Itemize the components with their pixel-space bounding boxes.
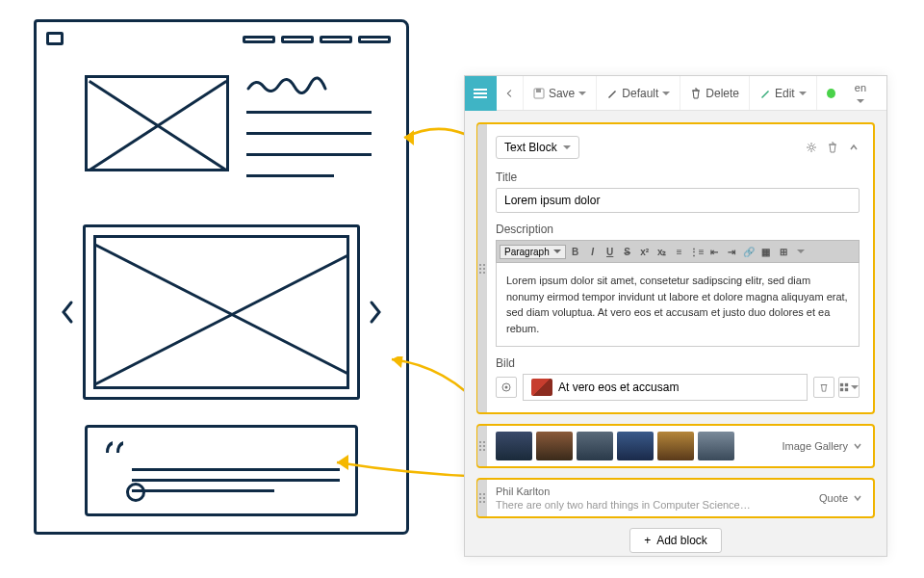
title-input[interactable] [496,188,860,213]
text-block: Text Block Title Description Paragraph B… [476,122,875,414]
delete-button[interactable]: Delete [680,76,750,110]
collapse-icon[interactable] [848,142,860,153]
add-block-button[interactable]: + Add block [629,528,722,553]
svg-rect-13 [840,388,843,391]
svg-rect-14 [845,388,848,391]
image-grid-button[interactable] [838,377,860,398]
wireframe-sketch [34,19,409,535]
hamburger-menu-icon[interactable] [465,76,497,111]
save-button[interactable]: Save [524,76,597,110]
block-type-select[interactable]: Text Block [496,136,579,159]
gallery-block: Image Gallery [476,424,875,468]
svg-point-8 [809,145,813,149]
default-button[interactable]: Default [597,76,680,110]
save-label: Save [549,87,575,100]
rte-table[interactable]: ⊞ [776,244,791,259]
quote-label: Quote [819,492,848,504]
wf-text-block-sketch [85,75,372,177]
wf-nav [243,36,391,43]
edit-label: Edit [775,87,795,100]
wf-next-arrow [368,283,383,341]
wf-prev-arrow [60,283,75,341]
svg-rect-11 [840,383,843,386]
gallery-thumb[interactable] [577,432,613,460]
expand-icon[interactable] [852,492,863,504]
rte-sup[interactable]: x₂ [654,244,670,259]
rte-sub[interactable]: x² [637,244,653,259]
save-icon [533,88,545,99]
image-thumbnail [531,379,552,396]
quote-author: Phil Karlton [496,486,751,497]
wf-quote-sketch [85,425,358,516]
edit-icon [759,88,771,99]
status-indicator [827,89,835,98]
rte-toolbar: Paragraph B I U S x² x₂ ≡ ⋮≡ ⇤ ⇥ 🔗 ▦ ⊞ [496,240,860,263]
quote-text: There are only two hard things in Comput… [496,499,751,511]
rte-outdent[interactable]: ⇤ [706,244,722,259]
image-target-button[interactable] [496,377,517,398]
trash-icon [690,88,702,99]
gallery-thumb[interactable] [657,432,694,460]
pen-icon [606,88,618,99]
delete-label: Delete [706,87,739,100]
drag-handle[interactable] [477,426,487,466]
default-label: Default [622,87,658,100]
title-label: Title [496,171,860,184]
cms-editor-panel: Save Default Delete Edit en Te [464,75,887,557]
wf-logo-box [46,32,64,45]
rte-underline[interactable]: U [603,244,618,259]
rte-bold[interactable]: B [568,244,583,259]
quote-block: Phil Karlton There are only two hard thi… [476,478,875,518]
gallery-thumb[interactable] [496,432,532,460]
drag-handle[interactable] [477,480,487,516]
gallery-thumb[interactable] [536,432,573,460]
gallery-thumb[interactable] [617,432,654,460]
expand-icon[interactable] [852,440,863,452]
rte-italic[interactable]: I [585,244,601,259]
svg-point-10 [505,386,508,389]
rte-more[interactable] [793,244,808,259]
gear-icon[interactable] [806,142,817,153]
drag-handle[interactable] [477,124,487,412]
image-label: Bild [496,356,860,370]
language-selector[interactable]: en [845,82,886,105]
rte-link[interactable]: 🔗 [741,244,757,259]
image-remove-button[interactable] [813,377,834,398]
rte-list-ol[interactable]: ⋮≡ [689,244,705,259]
description-textarea[interactable]: Lorem ipsum dolor sit amet, consetetur s… [496,263,860,347]
svg-rect-7 [536,89,541,92]
description-label: Description [496,223,860,236]
svg-rect-12 [845,383,848,386]
wf-image-placeholder [85,75,229,171]
image-input[interactable]: At vero eos et accusam [523,374,808,401]
edit-button[interactable]: Edit [750,76,817,110]
trash-icon[interactable] [827,142,838,153]
rte-strike[interactable]: S [620,244,635,259]
wf-gallery-sketch [60,224,383,400]
rte-indent[interactable]: ⇥ [724,244,739,259]
editor-toolbar: Save Default Delete Edit en [465,76,886,111]
plus-icon: + [644,534,651,547]
back-button[interactable] [497,76,524,110]
gallery-thumb[interactable] [698,432,734,460]
rte-image[interactable]: ▦ [758,244,774,259]
rte-list-ul[interactable]: ≡ [672,244,687,259]
rte-style-select[interactable]: Paragraph [500,245,566,259]
gallery-label: Image Gallery [783,440,848,452]
